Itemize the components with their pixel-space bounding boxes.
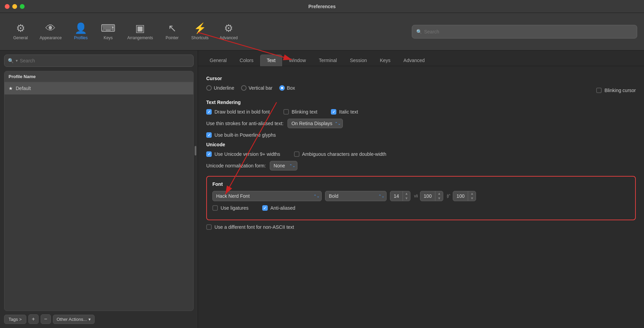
font-size-up[interactable]: ▲ <box>403 191 410 196</box>
radio-underline-circle <box>206 85 212 91</box>
sidebar-bottom: Tags > + − Other Actions... ▾ <box>4 314 194 324</box>
toolbar-item-profiles[interactable]: 👤 Profiles <box>67 20 95 43</box>
radio-vertical-bar[interactable]: Vertical bar <box>241 85 272 91</box>
checkbox-powerline[interactable]: Use built-in Powerline glyphs <box>206 132 276 138</box>
ambiguous-checkbox <box>294 151 299 157</box>
remove-profile-button[interactable]: − <box>41 314 51 324</box>
window-title: Preferences <box>308 4 336 9</box>
advanced-gear-icon: ⚙ <box>224 23 233 33</box>
ambiguous-label: Ambiguous characters are double-width <box>302 151 387 157</box>
other-actions-button[interactable]: Other Actions... ▾ <box>53 315 95 324</box>
other-actions-arrow: ▾ <box>88 317 91 322</box>
checkbox-blinking-text[interactable]: Blinking text <box>283 109 317 115</box>
toolbar-label-keys: Keys <box>103 35 113 40</box>
bold-font-checkbox <box>206 109 212 115</box>
checkbox-ligatures[interactable]: Use ligatures <box>212 205 249 211</box>
thin-strokes-select-wrapper[interactable]: On Retina Displays Always Never Auto <box>288 119 343 128</box>
sidebar-search-input[interactable] <box>20 58 190 63</box>
spacing-down[interactable]: ▼ <box>468 196 476 201</box>
pointer-icon: ↖ <box>168 23 177 33</box>
vli-up[interactable]: ▲ <box>435 191 443 196</box>
font-options-row: Use ligatures Anti-aliased <box>212 205 630 211</box>
unicode9-label: Use Unicode version 9+ widths <box>214 151 280 157</box>
toolbar-item-general[interactable]: ⚙ General <box>7 20 34 43</box>
checkbox-ambiguous[interactable]: Ambiguous characters are double-width <box>294 151 387 157</box>
profile-name: Default <box>16 86 31 91</box>
ligatures-label: Use ligatures <box>221 205 249 211</box>
font-style-wrapper[interactable]: Bold Regular Italic <box>325 191 387 201</box>
font-size-stepper[interactable]: 14 ▲ ▼ <box>390 191 410 201</box>
vli-down[interactable]: ▼ <box>435 196 443 201</box>
unicode-row1: Use Unicode version 9+ widths Ambiguous … <box>206 151 636 157</box>
checkbox-unicode9[interactable]: Use Unicode version 9+ widths <box>206 151 280 157</box>
unicode-norm-label: Unicode normalization form: <box>206 163 266 168</box>
font-family-select[interactable]: Hack Nerd Font Monaco Menlo <box>212 191 322 201</box>
thin-strokes-select[interactable]: On Retina Displays Always Never Auto <box>288 119 343 128</box>
grid-icon: ▣ <box>135 23 145 33</box>
powerline-label: Use built-in Powerline glyphs <box>214 132 276 138</box>
keyboard-icon: ⌨ <box>101 23 115 33</box>
close-button[interactable] <box>5 4 10 9</box>
lightning-icon: ⚡ <box>194 23 206 33</box>
checkbox-blinking-cursor[interactable]: Blinking cursor <box>596 88 636 93</box>
add-profile-button[interactable]: + <box>28 314 39 324</box>
toolbar: ⚙ General 👁 Appearance 👤 Profiles ⌨ Keys… <box>0 13 644 50</box>
unicode-norm-select-wrapper[interactable]: None NFC NFD NFKC NFKD <box>270 161 297 170</box>
search-dropdown-arrow: ▾ <box>16 58 18 63</box>
powerline-row: Use built-in Powerline glyphs <box>206 132 636 138</box>
toolbar-item-shortcuts[interactable]: ⚡ Shortcuts <box>186 20 214 43</box>
anti-aliased-checkbox <box>262 205 268 211</box>
radio-underline[interactable]: Underline <box>206 85 234 91</box>
checkbox-anti-aliased[interactable]: Anti-aliased <box>262 205 295 211</box>
font-size-value: 14 <box>390 192 403 200</box>
font-style-select[interactable]: Bold Regular Italic <box>325 191 387 201</box>
tab-keys[interactable]: Keys <box>374 55 396 66</box>
font-size-down[interactable]: ▼ <box>403 196 410 201</box>
radio-box[interactable]: Box <box>279 85 295 91</box>
maximize-button[interactable] <box>20 4 25 9</box>
font-section-title: Font <box>212 181 630 187</box>
toolbar-item-keys[interactable]: ⌨ Keys <box>95 20 122 43</box>
toolbar-item-arrangements[interactable]: ▣ Arrangements <box>122 20 158 43</box>
toolbar-item-appearance[interactable]: 👁 Appearance <box>34 20 67 43</box>
thin-strokes-label: Use thin strokes for anti-aliased text: <box>206 121 283 126</box>
toolbar-item-pointer[interactable]: ↖ Pointer <box>158 20 186 43</box>
tab-terminal[interactable]: Terminal <box>313 55 343 66</box>
non-ascii-label: Use a different font for non-ASCII text <box>214 224 294 230</box>
search-input[interactable] <box>424 29 633 34</box>
gear-icon: ⚙ <box>16 23 25 33</box>
star-icon: ★ <box>9 86 13 91</box>
minimize-button[interactable] <box>12 4 17 9</box>
blinking-cursor-option: Blinking cursor <box>596 88 636 93</box>
vli-stepper[interactable]: 100 ▲ ▼ <box>420 191 443 201</box>
italic-text-label: Italic text <box>339 109 358 115</box>
tab-window[interactable]: Window <box>283 55 312 66</box>
tab-advanced[interactable]: Advanced <box>397 55 431 66</box>
profile-item-default[interactable]: ★ Default <box>4 82 193 94</box>
font-controls: Hack Nerd Font Monaco Menlo Bold Regular… <box>212 191 630 201</box>
toolbar-item-advanced[interactable]: ⚙ Advanced <box>214 20 243 43</box>
checkbox-italic-text[interactable]: Italic text <box>331 109 358 115</box>
non-ascii-row: Use a different font for non-ASCII text <box>206 224 636 230</box>
tab-text[interactable]: Text <box>260 55 282 66</box>
spacing-up[interactable]: ▲ <box>468 191 476 196</box>
tab-general[interactable]: General <box>204 55 233 66</box>
unicode-title: Unicode <box>206 142 636 147</box>
checkbox-non-ascii[interactable]: Use a different font for non-ASCII text <box>206 224 294 230</box>
sidebar-search[interactable]: 🔍 ▾ <box>4 55 194 67</box>
spacing-stepper[interactable]: 100 ▲ ▼ <box>453 191 476 201</box>
person-icon: 👤 <box>74 23 87 33</box>
radio-underline-label: Underline <box>214 85 234 91</box>
unicode-norm-select[interactable]: None NFC NFD NFKC NFKD <box>270 161 297 170</box>
blinking-cursor-label: Blinking cursor <box>604 88 636 93</box>
tab-session[interactable]: Session <box>344 55 373 66</box>
tab-colors[interactable]: Colors <box>234 55 260 66</box>
toolbar-search[interactable]: 🔍 <box>412 25 637 39</box>
vli-group: vli 100 ▲ ▼ <box>414 191 443 201</box>
font-section: Font Hack Nerd Font Monaco Menlo Bold Re… <box>206 176 636 220</box>
font-family-wrapper[interactable]: Hack Nerd Font Monaco Menlo <box>212 191 322 201</box>
tags-button[interactable]: Tags > <box>4 315 26 324</box>
checkbox-bold-font[interactable]: Draw bold text in bold font <box>206 109 270 115</box>
settings-content: Cursor Underline Vertical bar <box>198 66 644 328</box>
toolbar-label-pointer: Pointer <box>166 35 179 40</box>
